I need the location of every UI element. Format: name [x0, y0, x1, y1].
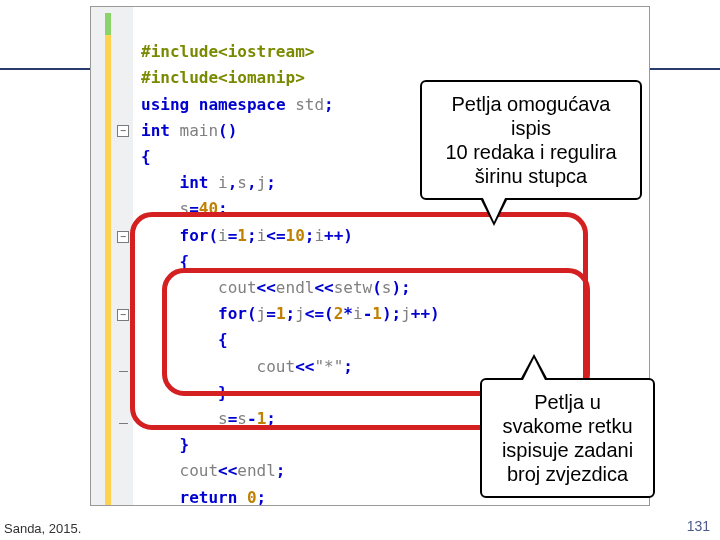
string-literal: "*" [314, 357, 343, 376]
id-s: s [180, 199, 190, 218]
brace-open: { [141, 147, 151, 166]
fold-toggle-icon[interactable]: − [117, 231, 129, 243]
num-40: 40 [199, 199, 218, 218]
change-marker [105, 35, 111, 505]
callout-text: širinu stupca [436, 164, 626, 188]
kw-for: for [180, 226, 209, 245]
editor-gutter: − − − [91, 7, 133, 505]
callout-tail [482, 196, 506, 222]
slide-number: 131 [687, 518, 710, 534]
semicolon: ; [218, 199, 228, 218]
id-s: s [237, 173, 247, 192]
change-marker [105, 13, 111, 35]
callout-text: 10 redaka i regulira [436, 140, 626, 164]
kw-for: for [218, 304, 247, 323]
preproc: #include [141, 68, 218, 87]
kw-using: using [141, 95, 189, 114]
code-content: #include<iostream> #include<iomanip> usi… [141, 13, 440, 537]
fold-toggle-icon[interactable]: − [117, 125, 129, 137]
semicolon: ; [266, 173, 276, 192]
preproc: #include [141, 42, 218, 61]
id-j: j [257, 173, 267, 192]
op-assign: = [189, 199, 199, 218]
callout-text: ispisuje zadani [496, 438, 639, 462]
id-main: main [180, 121, 219, 140]
gutter-tick [119, 423, 128, 424]
semicolon: ; [324, 95, 334, 114]
kw-return: return [180, 488, 238, 507]
include-target: <iomanip> [218, 68, 305, 87]
gutter-tick [119, 371, 128, 372]
parens: () [218, 121, 237, 140]
id-cout: cout [257, 357, 296, 376]
callout-text: broj zvjezdica [496, 462, 639, 486]
id-std: std [295, 95, 324, 114]
id-i: i [218, 173, 228, 192]
kw-namespace: namespace [199, 95, 286, 114]
callout-outer-loop: Petlja omogućava ispis 10 redaka i regul… [420, 80, 642, 200]
brace-close: } [180, 435, 190, 454]
id-setw: setw [334, 278, 373, 297]
fold-toggle-icon[interactable]: − [117, 309, 129, 321]
brace-open: { [218, 330, 228, 349]
callout-tail [522, 358, 546, 382]
id-endl: endl [276, 278, 315, 297]
kw-int: int [180, 173, 209, 192]
callout-text: Petlja u [496, 390, 639, 414]
id-cout: cout [218, 278, 257, 297]
footer-author: Sanda, 2015. [4, 521, 81, 536]
callout-text: Petlja omogućava ispis [436, 92, 626, 140]
brace-close: } [218, 383, 228, 402]
id-cout: cout [180, 461, 219, 480]
brace-open: { [180, 252, 190, 271]
callout-text: svakome retku [496, 414, 639, 438]
callout-inner-loop: Petlja u svakome retku ispisuje zadani b… [480, 378, 655, 498]
kw-int: int [141, 121, 170, 140]
id-endl: endl [237, 461, 276, 480]
include-target: <iostream> [218, 42, 314, 61]
